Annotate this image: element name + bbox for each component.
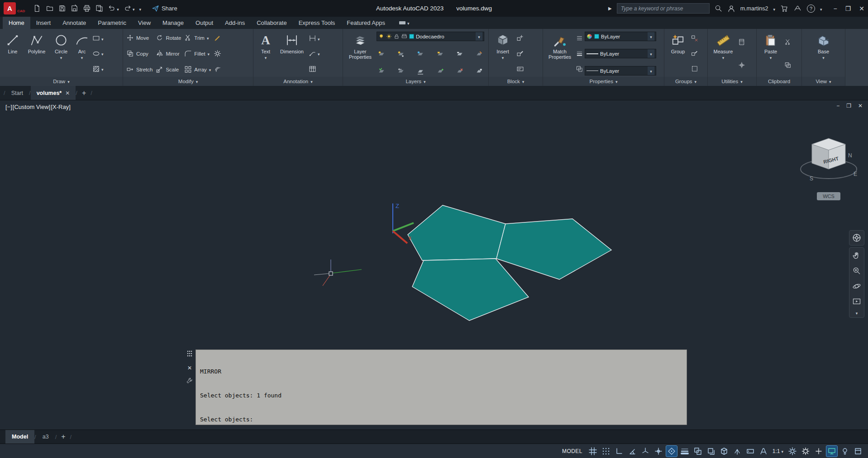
lineweight-combo[interactable]: ByLayer bbox=[585, 49, 656, 58]
help-dropdown[interactable] bbox=[820, 5, 822, 13]
window-minimize-button[interactable] bbox=[834, 5, 837, 12]
new-file-button[interactable] bbox=[33, 5, 41, 12]
username[interactable]: m.martins2 bbox=[740, 5, 768, 12]
isolate-objects-button[interactable] bbox=[839, 446, 850, 457]
layer-walk-button[interactable] bbox=[417, 68, 424, 75]
circle-button[interactable]: Circle bbox=[50, 31, 72, 76]
command-window-grip[interactable]: ✕ bbox=[184, 349, 196, 425]
panel-label-clipboard[interactable]: Clipboard bbox=[757, 77, 801, 86]
annotation-autoscale-button[interactable] bbox=[787, 446, 798, 457]
command-window-close-icon[interactable]: ✕ bbox=[187, 364, 191, 372]
dynamic-ucs-button[interactable] bbox=[732, 446, 743, 457]
layer-off-button[interactable] bbox=[378, 51, 385, 58]
insert-button[interactable]: Insert bbox=[491, 31, 515, 76]
transparency-button[interactable] bbox=[692, 446, 703, 457]
save-button[interactable] bbox=[58, 5, 66, 12]
zoom-tool-button[interactable] bbox=[849, 263, 864, 279]
panel-label-layers[interactable]: Layers bbox=[343, 77, 488, 86]
open-file-button[interactable] bbox=[46, 5, 54, 12]
object-color-combo[interactable]: ByLayer bbox=[585, 32, 656, 41]
layer-make-current-button[interactable] bbox=[378, 68, 385, 75]
array-button[interactable]: Array bbox=[183, 63, 212, 76]
new-layout-button[interactable]: + bbox=[57, 430, 70, 444]
help-icon[interactable] bbox=[807, 5, 815, 13]
layer-freeze-button[interactable] bbox=[417, 51, 424, 58]
search-expand-icon[interactable]: ▶ bbox=[608, 6, 612, 11]
annotation-visibility-button[interactable] bbox=[758, 446, 769, 457]
match-properties-button[interactable]: Match Properties bbox=[545, 31, 574, 76]
linetype-caret[interactable] bbox=[648, 66, 654, 75]
properties-list-button[interactable] bbox=[576, 34, 583, 43]
layer-isolate-button[interactable] bbox=[397, 51, 405, 58]
block-attributes-button[interactable] bbox=[516, 64, 524, 73]
arc-flyout-caret[interactable] bbox=[81, 55, 83, 60]
linetype-combo[interactable]: ByLayer bbox=[585, 66, 656, 76]
view-cube[interactable]: S E N RIGHT WCS bbox=[801, 138, 857, 200]
layer-delete-button[interactable] bbox=[456, 68, 463, 75]
object-snap-button[interactable] bbox=[666, 446, 677, 457]
transparency-settings-button[interactable] bbox=[576, 64, 583, 73]
window-maximize-button[interactable] bbox=[845, 5, 851, 12]
viewport-visual-style-control[interactable]: [X-Ray] bbox=[51, 104, 70, 110]
text-flyout-caret[interactable] bbox=[265, 55, 267, 60]
model-space-button[interactable]: MODEL bbox=[562, 448, 582, 454]
create-block-button[interactable] bbox=[516, 34, 524, 43]
layer-select-combo[interactable]: Dodecaedro bbox=[377, 32, 484, 41]
lineweight-display-button[interactable] bbox=[679, 446, 690, 457]
pan-tool-button[interactable] bbox=[849, 248, 864, 263]
object-snap-tracking-button[interactable] bbox=[653, 446, 664, 457]
3d-object-snap-button[interactable] bbox=[719, 446, 730, 457]
hatch-button[interactable] bbox=[92, 64, 104, 73]
layer-unlock-button[interactable] bbox=[456, 51, 463, 58]
panel-label-properties[interactable]: Properties bbox=[543, 77, 664, 86]
dynamic-input-button[interactable] bbox=[745, 446, 756, 457]
annotation-scale-button[interactable]: 1:1 bbox=[771, 448, 785, 454]
workspace-settings-gear-button[interactable] bbox=[800, 446, 811, 457]
navigation-wheel-button[interactable] bbox=[849, 230, 864, 246]
ribbon-display-toggle-button[interactable] bbox=[396, 17, 413, 29]
offset-button[interactable] bbox=[214, 64, 221, 73]
copy-button[interactable]: Copy bbox=[125, 47, 153, 60]
panel-label-groups[interactable]: Groups bbox=[664, 77, 707, 86]
new-tab-button[interactable]: + bbox=[77, 86, 91, 100]
compass-east-label[interactable]: E bbox=[854, 171, 857, 177]
ribbon-tab-express-tools[interactable]: Express Tools bbox=[293, 17, 341, 29]
search-icon[interactable] bbox=[715, 5, 722, 12]
copy-clip-button[interactable] bbox=[784, 61, 792, 70]
mirror-button[interactable]: Mirror bbox=[155, 47, 182, 60]
share-button[interactable]: Share bbox=[152, 5, 177, 12]
viewport-minimize-control[interactable]: [−] bbox=[5, 104, 12, 110]
group-edit-button[interactable] bbox=[691, 49, 698, 58]
polar-tracking-button[interactable] bbox=[627, 446, 638, 457]
polyline-button[interactable]: Polyline bbox=[24, 31, 49, 76]
redo-dropdown[interactable] bbox=[133, 5, 135, 13]
command-settings-wrench-icon[interactable] bbox=[186, 377, 193, 384]
clean-screen-button[interactable] bbox=[853, 446, 863, 457]
pentagon-face-2[interactable] bbox=[496, 219, 611, 279]
object-color-caret[interactable] bbox=[648, 32, 654, 41]
base-flyout-caret[interactable] bbox=[822, 55, 825, 60]
panel-label-block[interactable]: Block bbox=[489, 77, 543, 86]
ribbon-tab-home[interactable]: Home bbox=[3, 17, 30, 29]
qat-customize-button[interactable] bbox=[139, 5, 141, 13]
linear-dimension-button[interactable] bbox=[309, 34, 320, 43]
sheet-set-button[interactable] bbox=[95, 5, 103, 12]
ungroup-button[interactable] bbox=[691, 34, 698, 43]
edit-block-button[interactable] bbox=[516, 49, 524, 58]
dimension-button[interactable]: Dimension bbox=[277, 31, 307, 76]
model-tab[interactable]: Model bbox=[5, 430, 34, 444]
compass-south-label[interactable]: S bbox=[810, 175, 813, 182]
cut-button[interactable] bbox=[784, 38, 792, 47]
ribbon-tab-manage[interactable]: Manage bbox=[157, 17, 190, 29]
paste-flyout-caret[interactable] bbox=[770, 55, 772, 60]
ellipse-button[interactable] bbox=[92, 49, 104, 58]
rectangle-button[interactable] bbox=[92, 34, 104, 43]
isodraft-button[interactable] bbox=[640, 446, 651, 457]
panel-label-modify[interactable]: Modify bbox=[123, 77, 253, 86]
snap-mode-button[interactable] bbox=[601, 446, 611, 457]
redo-button[interactable] bbox=[124, 5, 135, 13]
layer-properties-button[interactable]: Layer Properties bbox=[345, 31, 375, 76]
file-tab-start[interactable]: Start bbox=[5, 86, 29, 100]
autodesk-logo-icon[interactable] bbox=[793, 5, 802, 12]
line-button[interactable]: Line bbox=[2, 31, 23, 76]
